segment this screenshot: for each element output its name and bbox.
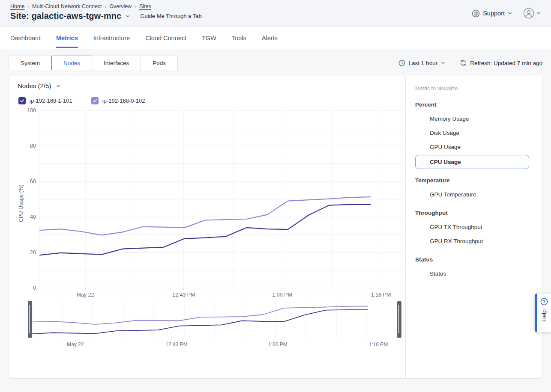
refresh-status: Refresh: Updated 7 min ago	[470, 60, 542, 66]
brush-handle-right[interactable]	[397, 301, 401, 338]
tab-alerts[interactable]: Alerts	[262, 28, 278, 48]
brush-handle-left[interactable]	[28, 301, 32, 338]
metric-item-status[interactable]: Status	[415, 267, 534, 281]
y-axis-label: CPU Usage (%)	[18, 184, 24, 222]
breadcrumb-home-link[interactable]: Home	[10, 3, 24, 9]
user-menu[interactable]	[523, 8, 541, 19]
tab-dashboard[interactable]: Dashboard	[10, 28, 41, 48]
main-tabs: Dashboard Metrics Infrastructure Cloud C…	[0, 27, 551, 49]
metric-item-gpu-tx-throughput[interactable]: GPU TX Throughput	[415, 220, 534, 234]
time-range-picker[interactable]: Last 1 hour	[398, 59, 446, 66]
user-avatar-icon	[523, 8, 534, 19]
cpu-usage-line-chart: 020406080100May 2212:43 PM1:00 PM1:16 PM	[24, 107, 403, 299]
metric-group-percent: Percent	[415, 98, 534, 112]
refresh-icon	[460, 59, 467, 66]
tab-metrics[interactable]: Metrics	[56, 28, 78, 48]
time-range-label: Last 1 hour	[409, 60, 438, 66]
brush-tick-label: 1:16 PM	[369, 342, 388, 347]
support-chevron-icon	[508, 11, 512, 15]
legend-item-node-2[interactable]: ip-192-168-0-102	[91, 97, 145, 104]
help-label: Help	[541, 309, 548, 322]
svg-text:0: 0	[33, 285, 36, 291]
tab-cloud-connect[interactable]: Cloud Connect	[145, 28, 186, 48]
legend-item-node-1[interactable]: ip-192-168-1-101	[18, 97, 72, 104]
main-content: System Nodes Interfaces Pods Last 1 hour…	[0, 49, 551, 392]
svg-text:May 22: May 22	[77, 292, 94, 298]
metric-item-memory-usage[interactable]: Memory Usage	[415, 112, 534, 126]
panel-title: Nodes (2/5)	[18, 82, 51, 89]
svg-text:20: 20	[30, 249, 36, 255]
breadcrumb-separator: ›	[135, 4, 136, 9]
metric-group-throughput: Throughput	[415, 206, 534, 220]
tab-tools[interactable]: Tools	[232, 28, 246, 48]
checkbox-node-2[interactable]	[91, 97, 99, 104]
svg-text:@: @	[473, 11, 478, 16]
metric-sidebar: Metric to visualize Percent Memory Usage…	[405, 76, 542, 378]
brush-tick-label: 12:43 PM	[165, 342, 187, 347]
svg-text:40: 40	[30, 214, 36, 220]
subtab-system[interactable]: System	[9, 56, 52, 70]
breadcrumb: Home › Multi-Cloud Network Connect › Ove…	[10, 3, 202, 9]
breadcrumb-separator: ›	[105, 4, 107, 9]
subtab-interfaces[interactable]: Interfaces	[92, 56, 141, 70]
support-menu[interactable]: @ Support	[472, 9, 512, 18]
help-widget[interactable]: ? Help	[535, 294, 551, 332]
svg-text:1:16 PM: 1:16 PM	[371, 292, 391, 298]
clock-icon	[398, 59, 405, 66]
legend-label-node-1: ip-192-168-1-101	[30, 98, 72, 104]
tab-tgw[interactable]: TGW	[202, 28, 216, 48]
svg-text:?: ?	[542, 300, 545, 304]
metric-item-disk-usage[interactable]: Disk Usage	[415, 126, 534, 140]
brush-tick-label: 1:00 PM	[268, 342, 287, 347]
metric-item-gpu-usage[interactable]: GPU Usage	[415, 140, 534, 154]
breadcrumb-sites-link[interactable]: Sites	[139, 3, 151, 9]
refresh-button[interactable]: Refresh: Updated 7 min ago	[460, 59, 542, 66]
breadcrumb-mcnc: Multi-Cloud Network Connect	[32, 3, 102, 9]
site-dropdown-chevron-icon[interactable]	[126, 14, 130, 18]
metric-sidebar-title: Metric to visualize	[415, 86, 534, 92]
metric-group-temperature: Temperature	[415, 173, 534, 187]
tab-infrastructure[interactable]: Infrastructure	[93, 28, 130, 48]
metrics-subtabs: System Nodes Interfaces Pods	[9, 56, 178, 70]
svg-text:80: 80	[30, 143, 36, 149]
breadcrumb-overview: Overview	[109, 3, 132, 9]
page-title: Site: galactic-aws-tgw-mnc	[10, 11, 121, 21]
metric-item-cpu-usage[interactable]: CPU Usage	[415, 155, 529, 169]
svg-text:1:00 PM: 1:00 PM	[272, 292, 292, 298]
guide-me-link[interactable]: Guide Me Through a Tab	[140, 13, 201, 19]
support-icon: @	[472, 9, 480, 18]
legend-label-node-2: ip-192-168-0-102	[102, 98, 145, 104]
chart-brush[interactable]: May 2212:43 PM1:00 PM1:16 PM	[28, 301, 401, 349]
time-range-chevron-icon	[441, 61, 445, 65]
metric-item-gpu-temperature[interactable]: GPU Temperature	[415, 187, 534, 202]
metric-item-gpu-rx-throughput[interactable]: GPU RX Throughput	[415, 234, 534, 248]
help-question-icon: ?	[540, 298, 548, 306]
svg-text:12:43 PM: 12:43 PM	[172, 292, 195, 298]
checkbox-node-1[interactable]	[18, 97, 26, 104]
brush-minimap-chart[interactable]	[28, 301, 401, 339]
svg-text:60: 60	[30, 178, 36, 184]
chart-legend: ip-192-168-1-101 ip-192-168-0-102	[18, 97, 405, 104]
metric-group-status: Status	[415, 252, 534, 267]
subtab-nodes[interactable]: Nodes	[51, 56, 92, 70]
nodes-metrics-card: Nodes (2/5) ip-192-168-1-101 ip-192-168-…	[9, 76, 542, 379]
svg-text:100: 100	[27, 107, 36, 113]
brush-tick-label: May 22	[67, 342, 84, 347]
page-header: Home › Multi-Cloud Network Connect › Ove…	[0, 0, 551, 27]
brush-axis-labels: May 2212:43 PM1:00 PM1:16 PM	[28, 340, 401, 349]
support-label: Support	[483, 10, 505, 17]
subtab-pods[interactable]: Pods	[141, 56, 178, 70]
user-chevron-icon	[536, 11, 541, 15]
panel-collapse-chevron-icon[interactable]	[56, 84, 60, 88]
breadcrumb-separator: ›	[27, 4, 29, 9]
